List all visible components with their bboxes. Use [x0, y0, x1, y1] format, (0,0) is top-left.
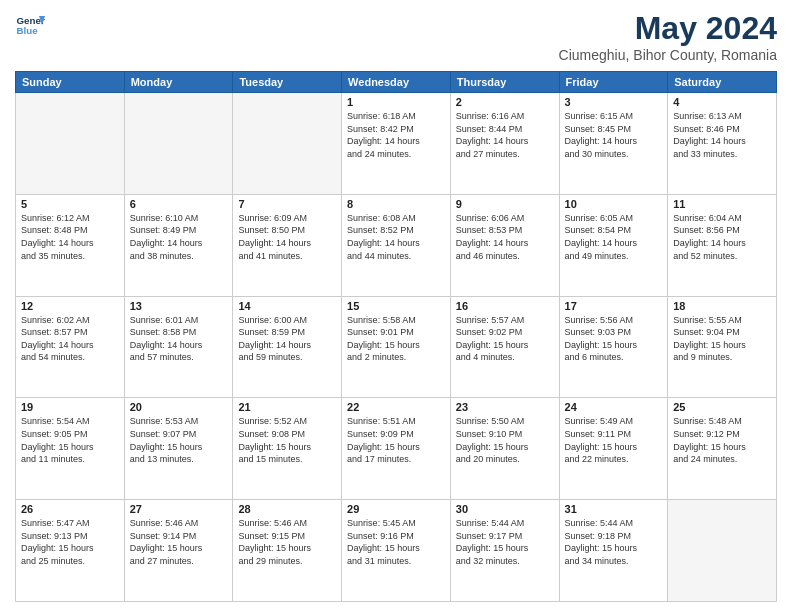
col-thursday: Thursday	[450, 72, 559, 93]
calendar-cell: 21Sunrise: 5:52 AM Sunset: 9:08 PM Dayli…	[233, 398, 342, 500]
day-info: Sunrise: 6:05 AM Sunset: 8:54 PM Dayligh…	[565, 212, 663, 262]
day-info: Sunrise: 5:55 AM Sunset: 9:04 PM Dayligh…	[673, 314, 771, 364]
calendar-cell: 4Sunrise: 6:13 AM Sunset: 8:46 PM Daylig…	[668, 93, 777, 195]
svg-text:Blue: Blue	[17, 25, 39, 36]
day-info: Sunrise: 6:13 AM Sunset: 8:46 PM Dayligh…	[673, 110, 771, 160]
day-number: 23	[456, 401, 554, 413]
day-info: Sunrise: 6:00 AM Sunset: 8:59 PM Dayligh…	[238, 314, 336, 364]
day-number: 25	[673, 401, 771, 413]
calendar-cell: 22Sunrise: 5:51 AM Sunset: 9:09 PM Dayli…	[342, 398, 451, 500]
day-number: 14	[238, 300, 336, 312]
day-number: 15	[347, 300, 445, 312]
day-info: Sunrise: 5:46 AM Sunset: 9:15 PM Dayligh…	[238, 517, 336, 567]
day-number: 28	[238, 503, 336, 515]
calendar-cell: 1Sunrise: 6:18 AM Sunset: 8:42 PM Daylig…	[342, 93, 451, 195]
day-number: 19	[21, 401, 119, 413]
day-number: 30	[456, 503, 554, 515]
calendar-cell: 14Sunrise: 6:00 AM Sunset: 8:59 PM Dayli…	[233, 296, 342, 398]
day-number: 6	[130, 198, 228, 210]
calendar-cell: 26Sunrise: 5:47 AM Sunset: 9:13 PM Dayli…	[16, 500, 125, 602]
day-number: 4	[673, 96, 771, 108]
day-info: Sunrise: 6:09 AM Sunset: 8:50 PM Dayligh…	[238, 212, 336, 262]
calendar-cell	[668, 500, 777, 602]
calendar-cell	[16, 93, 125, 195]
day-info: Sunrise: 5:45 AM Sunset: 9:16 PM Dayligh…	[347, 517, 445, 567]
day-number: 22	[347, 401, 445, 413]
day-number: 31	[565, 503, 663, 515]
day-info: Sunrise: 5:46 AM Sunset: 9:14 PM Dayligh…	[130, 517, 228, 567]
day-number: 10	[565, 198, 663, 210]
calendar-cell: 17Sunrise: 5:56 AM Sunset: 9:03 PM Dayli…	[559, 296, 668, 398]
page: General Blue May 2024 Ciumeghiu, Bihor C…	[0, 0, 792, 612]
day-number: 24	[565, 401, 663, 413]
day-info: Sunrise: 6:02 AM Sunset: 8:57 PM Dayligh…	[21, 314, 119, 364]
day-info: Sunrise: 5:53 AM Sunset: 9:07 PM Dayligh…	[130, 415, 228, 465]
day-number: 3	[565, 96, 663, 108]
calendar-cell: 13Sunrise: 6:01 AM Sunset: 8:58 PM Dayli…	[124, 296, 233, 398]
day-info: Sunrise: 6:15 AM Sunset: 8:45 PM Dayligh…	[565, 110, 663, 160]
calendar-week-row: 1Sunrise: 6:18 AM Sunset: 8:42 PM Daylig…	[16, 93, 777, 195]
calendar-cell: 25Sunrise: 5:48 AM Sunset: 9:12 PM Dayli…	[668, 398, 777, 500]
calendar-week-row: 5Sunrise: 6:12 AM Sunset: 8:48 PM Daylig…	[16, 194, 777, 296]
calendar-cell: 29Sunrise: 5:45 AM Sunset: 9:16 PM Dayli…	[342, 500, 451, 602]
day-info: Sunrise: 5:44 AM Sunset: 9:18 PM Dayligh…	[565, 517, 663, 567]
day-info: Sunrise: 5:54 AM Sunset: 9:05 PM Dayligh…	[21, 415, 119, 465]
day-number: 12	[21, 300, 119, 312]
day-number: 29	[347, 503, 445, 515]
calendar-cell: 16Sunrise: 5:57 AM Sunset: 9:02 PM Dayli…	[450, 296, 559, 398]
col-friday: Friday	[559, 72, 668, 93]
day-info: Sunrise: 5:50 AM Sunset: 9:10 PM Dayligh…	[456, 415, 554, 465]
day-info: Sunrise: 5:58 AM Sunset: 9:01 PM Dayligh…	[347, 314, 445, 364]
day-info: Sunrise: 5:56 AM Sunset: 9:03 PM Dayligh…	[565, 314, 663, 364]
col-tuesday: Tuesday	[233, 72, 342, 93]
day-number: 21	[238, 401, 336, 413]
calendar-cell: 6Sunrise: 6:10 AM Sunset: 8:49 PM Daylig…	[124, 194, 233, 296]
location-subtitle: Ciumeghiu, Bihor County, Romania	[559, 47, 777, 63]
day-info: Sunrise: 5:48 AM Sunset: 9:12 PM Dayligh…	[673, 415, 771, 465]
day-info: Sunrise: 5:49 AM Sunset: 9:11 PM Dayligh…	[565, 415, 663, 465]
calendar-cell	[233, 93, 342, 195]
day-number: 13	[130, 300, 228, 312]
calendar-cell: 7Sunrise: 6:09 AM Sunset: 8:50 PM Daylig…	[233, 194, 342, 296]
calendar-cell: 2Sunrise: 6:16 AM Sunset: 8:44 PM Daylig…	[450, 93, 559, 195]
day-number: 16	[456, 300, 554, 312]
day-info: Sunrise: 5:57 AM Sunset: 9:02 PM Dayligh…	[456, 314, 554, 364]
day-number: 1	[347, 96, 445, 108]
day-number: 17	[565, 300, 663, 312]
day-info: Sunrise: 5:44 AM Sunset: 9:17 PM Dayligh…	[456, 517, 554, 567]
day-number: 5	[21, 198, 119, 210]
day-info: Sunrise: 6:12 AM Sunset: 8:48 PM Dayligh…	[21, 212, 119, 262]
day-number: 26	[21, 503, 119, 515]
calendar-cell: 20Sunrise: 5:53 AM Sunset: 9:07 PM Dayli…	[124, 398, 233, 500]
logo: General Blue	[15, 10, 45, 40]
calendar-week-row: 19Sunrise: 5:54 AM Sunset: 9:05 PM Dayli…	[16, 398, 777, 500]
calendar-cell: 11Sunrise: 6:04 AM Sunset: 8:56 PM Dayli…	[668, 194, 777, 296]
calendar-week-row: 12Sunrise: 6:02 AM Sunset: 8:57 PM Dayli…	[16, 296, 777, 398]
day-info: Sunrise: 6:08 AM Sunset: 8:52 PM Dayligh…	[347, 212, 445, 262]
calendar-cell: 15Sunrise: 5:58 AM Sunset: 9:01 PM Dayli…	[342, 296, 451, 398]
day-number: 18	[673, 300, 771, 312]
day-info: Sunrise: 5:51 AM Sunset: 9:09 PM Dayligh…	[347, 415, 445, 465]
calendar-cell: 23Sunrise: 5:50 AM Sunset: 9:10 PM Dayli…	[450, 398, 559, 500]
day-info: Sunrise: 6:16 AM Sunset: 8:44 PM Dayligh…	[456, 110, 554, 160]
calendar-cell: 28Sunrise: 5:46 AM Sunset: 9:15 PM Dayli…	[233, 500, 342, 602]
col-sunday: Sunday	[16, 72, 125, 93]
day-number: 20	[130, 401, 228, 413]
calendar-week-row: 26Sunrise: 5:47 AM Sunset: 9:13 PM Dayli…	[16, 500, 777, 602]
calendar-cell: 24Sunrise: 5:49 AM Sunset: 9:11 PM Dayli…	[559, 398, 668, 500]
day-number: 8	[347, 198, 445, 210]
header: General Blue May 2024 Ciumeghiu, Bihor C…	[15, 10, 777, 63]
day-info: Sunrise: 6:04 AM Sunset: 8:56 PM Dayligh…	[673, 212, 771, 262]
calendar-cell: 8Sunrise: 6:08 AM Sunset: 8:52 PM Daylig…	[342, 194, 451, 296]
day-info: Sunrise: 5:52 AM Sunset: 9:08 PM Dayligh…	[238, 415, 336, 465]
calendar-cell: 3Sunrise: 6:15 AM Sunset: 8:45 PM Daylig…	[559, 93, 668, 195]
col-wednesday: Wednesday	[342, 72, 451, 93]
month-title: May 2024	[559, 10, 777, 47]
calendar-cell: 18Sunrise: 5:55 AM Sunset: 9:04 PM Dayli…	[668, 296, 777, 398]
calendar-cell: 9Sunrise: 6:06 AM Sunset: 8:53 PM Daylig…	[450, 194, 559, 296]
day-number: 7	[238, 198, 336, 210]
calendar-cell: 27Sunrise: 5:46 AM Sunset: 9:14 PM Dayli…	[124, 500, 233, 602]
calendar-cell	[124, 93, 233, 195]
day-number: 27	[130, 503, 228, 515]
calendar-cell: 31Sunrise: 5:44 AM Sunset: 9:18 PM Dayli…	[559, 500, 668, 602]
